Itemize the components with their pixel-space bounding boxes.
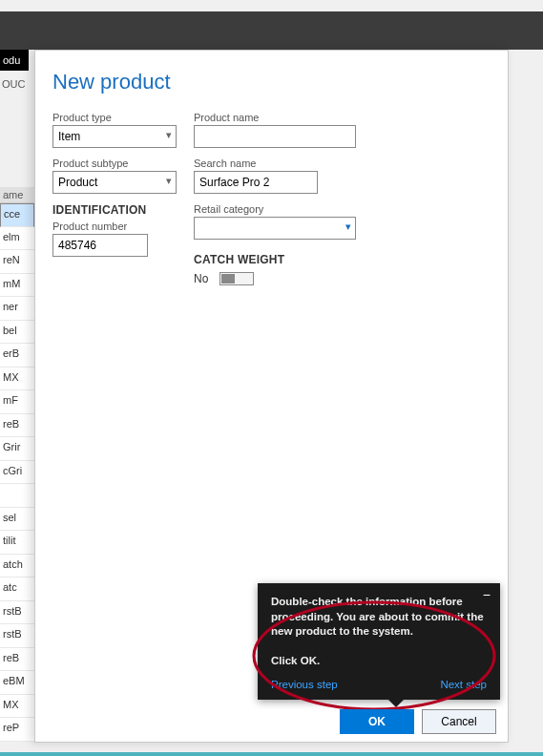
- retail-category-label: Retail category: [194, 203, 385, 215]
- ouc-label: OUC: [2, 78, 25, 90]
- list-item[interactable]: bel: [0, 321, 34, 345]
- search-name-label: Search name: [194, 158, 385, 169]
- list-item[interactable]: reN: [0, 250, 34, 274]
- tooltip-text-1: Double-check the information before proc…: [271, 596, 484, 637]
- new-product-dialog: New product Product type ▾ Product subty…: [34, 50, 509, 743]
- list-item[interactable]: cGri: [0, 461, 34, 485]
- dialog-footer: OK Cancel: [340, 709, 496, 734]
- list-item[interactable]: MX: [0, 368, 34, 391]
- catch-weight-header: CATCH WEIGHT: [194, 253, 385, 266]
- product-name-label: Product name: [194, 112, 385, 123]
- dialog-title: New product: [52, 70, 491, 94]
- retail-category-select[interactable]: [194, 217, 356, 240]
- list-item[interactable]: sel: [0, 508, 34, 532]
- list-item[interactable]: mM: [0, 274, 34, 298]
- product-number-label: Product number: [52, 220, 177, 232]
- ok-button[interactable]: OK: [340, 709, 414, 734]
- identification-header: IDENTIFICATION: [52, 203, 177, 217]
- catch-weight-toggle[interactable]: [219, 272, 254, 285]
- bottom-accent-bar: [0, 752, 543, 756]
- background-list: ame cceelmreNmMnerbelerBMXmFreBGrircGris…: [0, 187, 34, 742]
- list-item[interactable]: reB: [0, 648, 34, 672]
- list-item[interactable]: atc: [0, 578, 34, 601]
- list-item[interactable]: rstB: [0, 624, 34, 648]
- list-item[interactable]: rstB: [0, 601, 34, 625]
- list-item[interactable]: ner: [0, 297, 34, 321]
- list-item[interactable]: reB: [0, 414, 34, 438]
- product-number-input[interactable]: [52, 234, 148, 257]
- list-header: ame: [0, 187, 34, 203]
- list-item[interactable]: [0, 484, 34, 508]
- list-item[interactable]: tilit: [0, 531, 34, 555]
- previous-step-link[interactable]: Previous step: [271, 679, 338, 690]
- list-item[interactable]: erB: [0, 344, 34, 368]
- list-item[interactable]: atch: [0, 555, 34, 578]
- product-type-select[interactable]: [52, 125, 177, 148]
- minimize-icon[interactable]: −: [483, 591, 491, 598]
- product-name-input[interactable]: [194, 125, 356, 148]
- cancel-button[interactable]: Cancel: [422, 709, 496, 734]
- app-topbar: [0, 11, 543, 50]
- search-name-input[interactable]: [194, 171, 318, 194]
- product-type-label: Product type: [52, 112, 177, 123]
- list-item[interactable]: Grir: [0, 437, 34, 461]
- product-subtype-label: Product subtype: [52, 158, 177, 169]
- tooltip-arrow-icon: [387, 699, 405, 707]
- window-tab: odu: [0, 50, 29, 71]
- guidance-tooltip: − Double-check the information before pr…: [258, 583, 500, 700]
- next-step-link[interactable]: Next step: [440, 679, 487, 690]
- product-subtype-select[interactable]: [52, 171, 177, 194]
- list-item[interactable]: cce: [0, 203, 34, 227]
- catch-weight-value: No: [194, 272, 208, 285]
- list-item[interactable]: eBM: [0, 671, 34, 695]
- tooltip-text-2: Click OK.: [271, 655, 320, 666]
- list-item[interactable]: reP: [0, 718, 34, 742]
- list-item[interactable]: elm: [0, 227, 34, 251]
- list-item[interactable]: MX: [0, 695, 34, 719]
- list-item[interactable]: mF: [0, 390, 34, 414]
